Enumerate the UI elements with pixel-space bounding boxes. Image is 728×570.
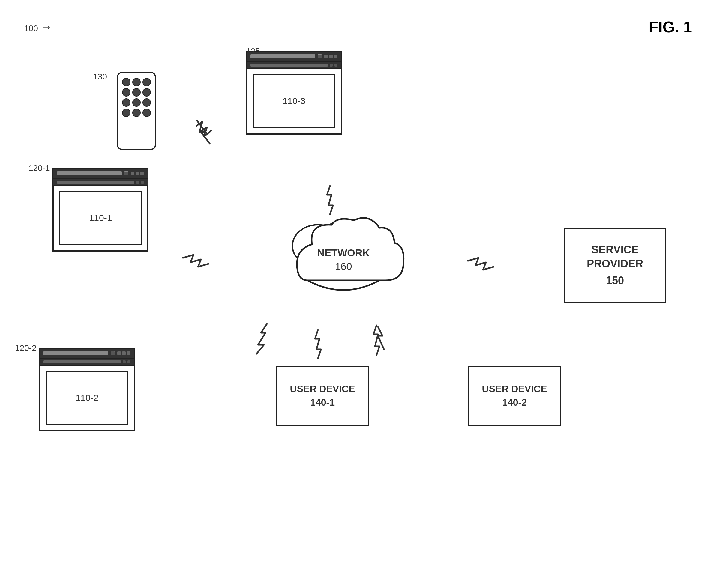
stb2-ref-label: 120-2 — [15, 343, 37, 353]
user-device-1-label: USER DEVICE — [290, 382, 355, 396]
user-device-1-box: USER DEVICE 140-1 — [276, 366, 369, 426]
bolt-stb3-network — [327, 186, 333, 214]
stb1-ref-label: 120-1 — [28, 164, 50, 173]
stb-device-110-2: 110-2 — [39, 348, 135, 432]
stb3-ref-label: 125 — [246, 46, 260, 56]
service-provider-box: SERVICE PROVIDER 150 — [564, 228, 666, 303]
stb-device-110-3: 110-3 — [246, 51, 342, 134]
svg-text:160: 160 — [335, 261, 352, 272]
remote-control-130 — [117, 72, 156, 150]
service-provider-label-line1: SERVICE — [587, 243, 643, 257]
user-device-1-sublabel: 140-1 — [290, 396, 355, 409]
bolt-remote-stb3 — [197, 120, 212, 144]
bolt-stb1-network — [183, 255, 209, 267]
bolt-network-ud2-b — [374, 325, 380, 355]
svg-text:NETWORK: NETWORK — [317, 247, 370, 258]
bolt-network-stb2 — [256, 324, 267, 354]
service-provider-label-line2: PROVIDER — [587, 257, 643, 271]
user-device-2-box: USER DEVICE 140-2 — [468, 366, 561, 426]
service-provider-sublabel: 150 — [587, 274, 643, 288]
bolt-network-sp — [468, 258, 493, 270]
bolt-network-ud1 — [315, 330, 321, 358]
user-device-2-label: USER DEVICE — [482, 382, 547, 396]
remote-label: 130 — [93, 72, 107, 81]
user-device-2-sublabel: 140-2 — [482, 396, 547, 409]
stb-device-110-1: 110-1 — [52, 168, 149, 252]
